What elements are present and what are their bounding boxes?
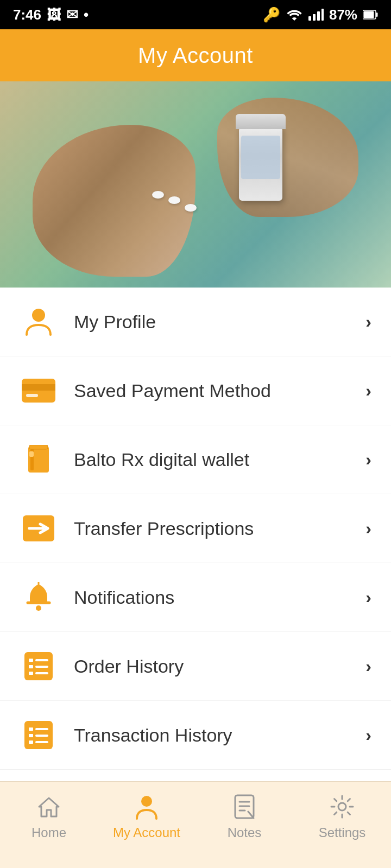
svg-point-41 [141,796,152,807]
svg-rect-23 [29,672,33,675]
status-signal-icon [308,9,324,21]
svg-rect-9 [22,384,55,391]
menu-label-transaction-history: Transaction History [74,725,365,746]
status-key-icon: 🔑 [263,7,280,23]
svg-rect-28 [29,734,33,737]
nav-item-settings[interactable]: Settings [293,793,391,840]
status-battery-icon [363,10,378,20]
profile-icon [20,303,58,341]
nav-label-settings: Settings [319,825,366,840]
menu-item-transfer-prescriptions[interactable]: Transfer Prescriptions › [0,494,391,563]
chevron-right-icon: › [365,312,371,332]
svg-rect-13 [29,445,48,449]
svg-rect-21 [29,665,33,668]
nav-label-my-account: My Account [113,825,180,840]
settings-icon [328,793,356,821]
page-title: My Account [138,43,253,68]
svg-point-43 [338,803,346,810]
nav-label-home: Home [31,825,66,840]
svg-rect-14 [29,451,34,457]
order-history-icon [20,647,58,685]
status-battery: 87% [329,7,357,23]
menu-item-digital-wallet[interactable]: Balto Rx digital wallet › [0,425,391,494]
svg-rect-20 [35,659,48,661]
menu-item-my-profile[interactable]: My Profile › [0,288,391,356]
status-dot: • [84,7,89,23]
status-time: 7:46 [13,7,41,23]
svg-rect-31 [35,741,48,743]
nav-item-my-account[interactable]: My Account [98,793,195,840]
hero-image [0,81,391,288]
menu-label-saved-payment: Saved Payment Method [74,380,365,401]
menu-label-digital-wallet: Balto Rx digital wallet [74,449,365,470]
page-header: My Account [0,29,391,81]
svg-rect-19 [29,659,33,662]
home-icon [35,793,63,821]
person-icon [133,793,161,821]
chevron-right-icon: › [365,450,371,470]
svg-rect-5 [364,11,374,18]
svg-point-16 [36,605,41,611]
menu-label-my-profile: My Profile [74,311,365,333]
svg-rect-27 [35,728,48,730]
nav-item-home[interactable]: Home [0,793,98,840]
chevron-right-icon: › [365,656,371,676]
menu-item-notifications[interactable]: Notifications › [0,563,391,632]
svg-rect-29 [35,735,48,737]
status-wifi-icon [286,9,303,21]
svg-rect-10 [26,394,38,397]
bell-icon [20,578,58,616]
status-photo-icon: 🖼 [47,7,61,23]
svg-rect-2 [317,11,320,21]
transaction-history-icon [20,716,58,754]
wallet-icon [20,441,58,478]
svg-rect-24 [35,672,48,674]
svg-rect-1 [313,14,316,21]
svg-rect-0 [308,16,311,21]
menu-label-notifications: Notifications [74,587,365,608]
notes-icon [230,793,258,821]
svg-rect-22 [35,666,48,668]
nav-item-notes[interactable]: Notes [195,793,293,840]
menu-label-transfer-prescriptions: Transfer Prescriptions [74,518,365,539]
chevron-right-icon: › [365,381,371,401]
payment-icon [20,372,58,410]
menu-item-saved-payment[interactable]: Saved Payment Method › [0,356,391,425]
status-msg-icon: ✉ [66,7,78,23]
transfer-icon [20,509,58,547]
chevron-right-icon: › [365,725,371,745]
svg-rect-3 [321,9,324,21]
menu-item-transaction-history[interactable]: Transaction History › [0,701,391,770]
menu-label-order-history: Order History [74,656,365,677]
svg-rect-30 [29,741,33,744]
menu-item-order-history[interactable]: Order History › [0,632,391,701]
chevron-right-icon: › [365,588,371,608]
chevron-right-icon: › [365,519,371,539]
bottom-nav: Home My Account Notes S [0,781,391,868]
status-bar: 7:46 🖼 ✉ • 🔑 87% [0,0,391,29]
nav-label-notes: Notes [228,825,262,840]
svg-point-7 [32,309,45,322]
svg-rect-26 [29,727,33,731]
svg-rect-6 [376,12,378,17]
